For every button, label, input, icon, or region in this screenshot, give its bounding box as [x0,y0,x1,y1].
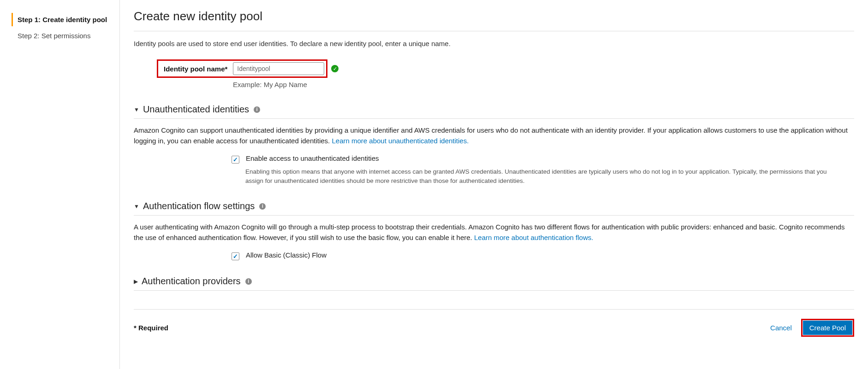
divider [134,290,854,291]
section-flow-header[interactable]: ▼ Authentication flow settings i [134,201,854,211]
highlight-box: Create Pool [801,319,854,337]
info-icon[interactable]: i [259,203,266,210]
info-icon[interactable]: i [245,278,252,285]
cancel-button[interactable]: Cancel [767,323,795,332]
section-providers-title: Authentication providers [142,276,241,287]
page-title: Create new identity pool [134,9,854,23]
info-icon[interactable]: i [254,106,260,113]
footer: * Required Cancel Create Pool [134,319,854,337]
basic-flow-checkbox-row: Allow Basic (Classic) Flow [232,251,854,260]
identity-pool-name-example: Example: My App Name [233,81,854,88]
unauth-learn-more-link[interactable]: Learn more about unauthenticated identit… [332,137,469,145]
create-pool-button[interactable]: Create Pool [803,321,852,335]
divider [134,118,854,119]
enable-unauth-label: Enable access to unauthenticated identit… [246,154,379,162]
enable-unauth-checkbox[interactable] [232,156,239,164]
caret-right-icon: ▶ [134,278,138,285]
divider [134,309,854,310]
divider [134,31,854,31]
unauth-checkbox-row: Enable access to unauthenticated identit… [232,154,854,164]
validation-ok-icon: ✓ [331,65,339,72]
footer-actions: Cancel Create Pool [767,319,854,337]
step-1[interactable]: Step 1: Create identity pool [12,13,119,26]
identity-pool-name-row: Identity pool name* ✓ [157,59,854,78]
caret-down-icon: ▼ [134,203,139,210]
section-unauth-body: Amazon Cognito can support unauthenticat… [134,125,854,146]
flow-learn-more-link[interactable]: Learn more about authentication flows. [474,234,594,241]
highlight-box: Identity pool name* [157,59,327,78]
allow-basic-flow-checkbox[interactable] [232,252,239,260]
enable-unauth-description: Enabling this option means that anyone w… [245,167,836,185]
section-providers-header[interactable]: ▶ Authentication providers i [134,276,854,287]
identity-pool-name-input[interactable] [233,62,324,75]
main-content: Create new identity pool Identity pools … [120,0,868,369]
divider [134,215,854,216]
wizard-steps-sidebar: Step 1: Create identity pool Step 2: Set… [0,0,120,369]
intro-text: Identity pools are used to store end use… [134,40,854,47]
allow-basic-flow-label: Allow Basic (Classic) Flow [246,251,327,259]
required-note: * Required [134,324,168,332]
step-2[interactable]: Step 2: Set permissions [12,29,119,42]
section-unauth-text: Amazon Cognito can support unauthenticat… [134,126,848,145]
section-flow-body: A user authenticating with Amazon Cognit… [134,222,854,243]
section-unauth-header[interactable]: ▼ Unauthenticated identities i [134,104,854,115]
identity-pool-name-label: Identity pool name* [158,61,233,76]
section-unauth-title: Unauthenticated identities [143,104,249,115]
section-flow-title: Authentication flow settings [143,201,255,211]
caret-down-icon: ▼ [134,106,139,113]
